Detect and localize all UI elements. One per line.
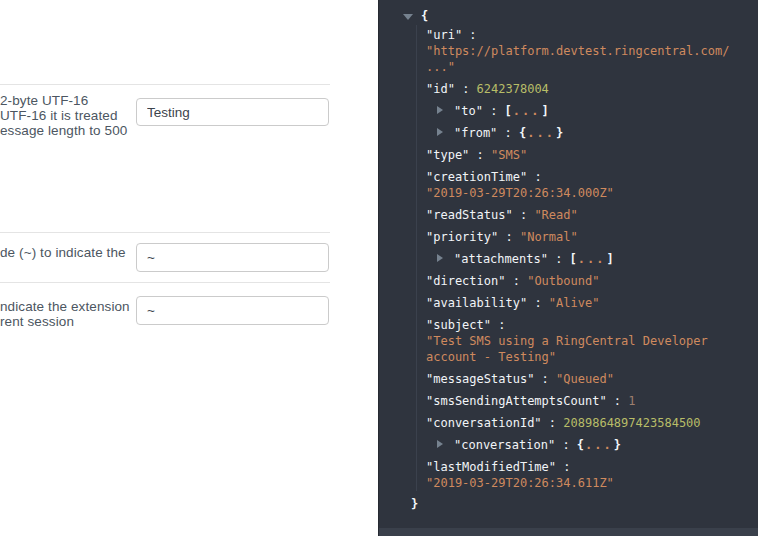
json-entry-from: "from" : {...} xyxy=(426,125,758,141)
json-key: "priority" xyxy=(426,230,498,244)
json-key: "creationTime" xyxy=(426,170,527,184)
json-value: "Read" xyxy=(534,208,577,222)
json-root-line: { xyxy=(379,0,758,25)
screen: 2-byte UTF-16 UTF-16 it is treated essag… xyxy=(0,0,758,536)
text-param-description: 2-byte UTF-16 UTF-16 it is treated essag… xyxy=(0,93,127,138)
json-key: "subject" xyxy=(426,318,491,332)
json-key: "type" xyxy=(426,148,469,162)
description-line: essage length to 500 xyxy=(0,123,127,138)
json-key: "availability" xyxy=(426,296,527,310)
json-value: "Outbound" xyxy=(527,274,599,288)
json-entry-readStatus: "readStatus" : "Read" xyxy=(426,207,758,223)
json-value: "Queued" xyxy=(556,372,614,386)
json-entry-direction: "direction" : "Outbound" xyxy=(426,273,758,289)
description-line: 2-byte UTF-16 xyxy=(0,93,127,108)
json-value-line: "https://platform.devtest.ringcentral.co… xyxy=(426,43,758,59)
json-entry-lastModifiedTime: "lastModifiedTime" : "2019-03-29T20:26:3… xyxy=(426,459,758,491)
expand-icon[interactable] xyxy=(437,128,443,136)
divider xyxy=(0,232,330,233)
description-line: de (~) to indicate the xyxy=(0,245,126,260)
close-brace: } xyxy=(411,497,418,511)
json-value-line: ..." xyxy=(426,59,758,75)
json-key: "uri" xyxy=(426,28,462,42)
json-close-line: } xyxy=(411,497,758,511)
json-value-line: "2019-03-29T20:26:34.000Z" xyxy=(426,185,758,201)
json-key: "from" xyxy=(454,126,497,140)
json-entry-priority: "priority" : "Normal" xyxy=(426,229,758,245)
json-key: "conversation" xyxy=(454,438,555,452)
json-value-line: account - Testing" xyxy=(426,349,758,365)
divider xyxy=(0,84,330,85)
json-key: "id" xyxy=(426,82,455,96)
description-line: UTF-16 it is treated xyxy=(0,108,127,123)
json-value: 1 xyxy=(628,394,635,408)
json-entry-availability: "availability" : "Alive" xyxy=(426,295,758,311)
json-entry-subject: "subject" : "Test SMS using a RingCentra… xyxy=(426,317,758,365)
json-entry-creationTime: "creationTime" : "2019-03-29T20:26:34.00… xyxy=(426,169,758,201)
text-param-input[interactable] xyxy=(136,98,329,126)
expand-icon[interactable] xyxy=(437,254,443,262)
account-param-description: de (~) to indicate the xyxy=(0,245,126,260)
account-param-input[interactable] xyxy=(136,243,329,272)
json-entry-conversationId: "conversationId" : 2089864897423584500 xyxy=(426,415,758,431)
expand-icon[interactable] xyxy=(437,440,443,448)
json-value: "SMS" xyxy=(491,148,527,162)
json-key: "to" xyxy=(454,104,483,118)
json-entry-id: "id" : 6242378004 xyxy=(426,81,758,97)
json-entry-attachments: "attachments" : [...] xyxy=(426,251,758,267)
json-entry-messageStatus: "messageStatus" : "Queued" xyxy=(426,371,758,387)
json-value: "Alive" xyxy=(549,296,600,310)
description-line: ndicate the extension xyxy=(0,299,130,314)
json-value: "Normal" xyxy=(520,230,578,244)
json-value-line: "Test SMS using a RingCentral Developer xyxy=(426,333,758,349)
extension-param-input[interactable] xyxy=(136,296,329,325)
json-key: "conversationId" xyxy=(426,416,542,430)
json-key: "attachments" xyxy=(454,252,548,266)
collapse-icon[interactable] xyxy=(403,14,413,20)
json-response-viewer: { "uri" : "https://platform.devtest.ring… xyxy=(378,0,758,536)
json-entry-conversation: "conversation" : {...} xyxy=(426,437,758,453)
json-key: "smsSendingAttemptsCount" xyxy=(426,394,607,408)
json-value-line: "2019-03-29T20:26:34.611Z" xyxy=(426,475,758,491)
divider xyxy=(0,282,330,283)
extension-param-description: ndicate the extension rent session xyxy=(0,299,130,329)
viewer-status-bar xyxy=(379,528,758,536)
json-key: "lastModifiedTime" xyxy=(426,460,556,474)
json-key: "messageStatus" xyxy=(426,372,534,386)
api-form-panel: 2-byte UTF-16 UTF-16 it is treated essag… xyxy=(0,0,378,536)
description-line: rent session xyxy=(0,314,130,329)
open-brace: { xyxy=(421,9,428,23)
json-entry-to: "to" : [...] xyxy=(426,103,758,119)
json-value: 2089864897423584500 xyxy=(563,416,700,430)
json-entry-smsSendingAttemptsCount: "smsSendingAttemptsCount" : 1 xyxy=(426,393,758,409)
expand-icon[interactable] xyxy=(437,106,443,114)
json-value: 6242378004 xyxy=(477,82,549,96)
json-entry-uri: "uri" : "https://platform.devtest.ringce… xyxy=(426,27,758,75)
json-entry-type: "type" : "SMS" xyxy=(426,147,758,163)
json-key: "direction" xyxy=(426,274,505,288)
json-key: "readStatus" xyxy=(426,208,513,222)
json-entries: "uri" : "https://platform.devtest.ringce… xyxy=(416,25,758,491)
